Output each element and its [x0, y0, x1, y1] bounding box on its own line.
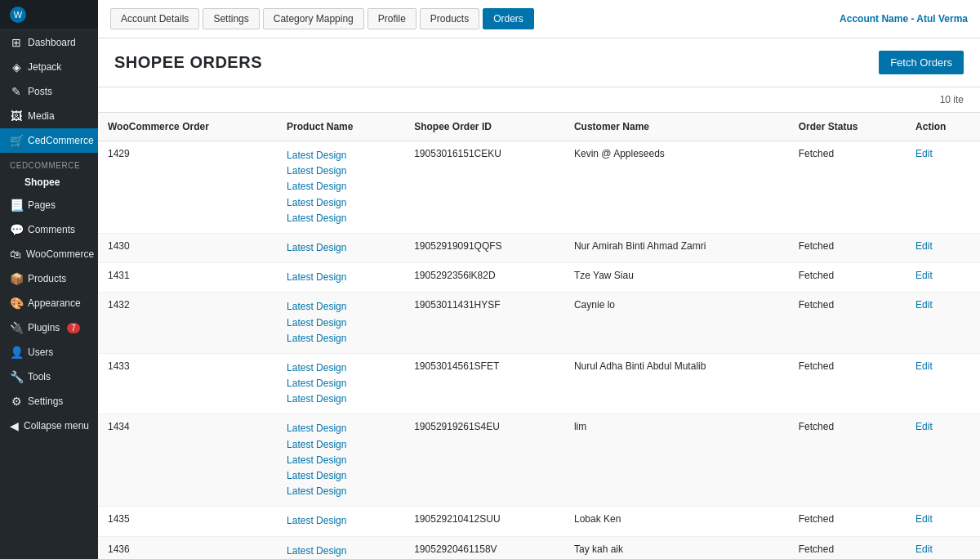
shopee-order-id-cell: 19052919091QQFS — [404, 233, 564, 262]
order-number: 1431 — [108, 270, 130, 281]
items-count-bar: 10 ite — [98, 87, 980, 113]
sidebar-item-appearance[interactable]: 🎨 Appearance — [0, 291, 98, 315]
sidebar-item-plugins[interactable]: 🔌 Plugins 7 — [0, 315, 98, 340]
product-link[interactable]: Latest Design — [287, 331, 394, 347]
sidebar-item-label: Products — [28, 273, 66, 284]
action-cell: Edit — [906, 293, 980, 354]
product-link[interactable]: Latest Design — [287, 163, 394, 179]
collapse-menu-button[interactable]: ◀ Collapse menu — [0, 414, 98, 438]
order-status-cell: Fetched — [789, 293, 906, 354]
product-link[interactable]: Latest Design — [287, 453, 394, 468]
sidebar-item-tools[interactable]: 🔧 Tools — [0, 364, 98, 389]
product-link[interactable]: Latest Design — [287, 484, 394, 499]
tab-products[interactable]: Products — [420, 8, 479, 29]
product-link[interactable]: Latest Design — [287, 468, 394, 484]
order-id-cell: 1432 — [98, 293, 277, 354]
action-cell: Edit — [906, 233, 980, 262]
product-link[interactable]: Latest Design — [287, 240, 394, 256]
products-icon: 📦 — [10, 272, 23, 285]
col-action: Action — [906, 113, 980, 141]
edit-link[interactable]: Edit — [915, 360, 933, 372]
orders-table-wrap: WooCommerce Order Product Name Shopee Or… — [98, 113, 980, 559]
order-id-cell: 1436 — [98, 536, 277, 559]
order-status-cell: Fetched — [789, 536, 906, 559]
order-status-cell: Fetched — [789, 507, 906, 536]
edit-link[interactable]: Edit — [915, 513, 933, 525]
dashboard-icon: ⊞ — [10, 36, 23, 49]
sidebar-item-products[interactable]: 📦 Products — [0, 266, 98, 291]
order-status-cell: Fetched — [789, 233, 906, 262]
sidebar-item-jetpack[interactable]: ◈ Jetpack — [0, 55, 98, 79]
product-link[interactable]: Latest Design — [287, 270, 394, 285]
account-label: Account Name - — [840, 13, 916, 25]
customer-name-cell: Kevin @ Appleseeds — [564, 141, 789, 234]
sidebar-item-users[interactable]: 👤 Users — [0, 340, 98, 364]
order-number: 1434 — [108, 421, 130, 432]
sidebar-item-cedcommerce[interactable]: 🛒 CedCommerce — [0, 128, 98, 153]
action-cell: Edit — [906, 263, 980, 293]
col-product-name: Product Name — [277, 113, 404, 141]
sidebar-item-comments[interactable]: 💬 Comments — [0, 217, 98, 242]
edit-link[interactable]: Edit — [915, 421, 933, 432]
action-cell: Edit — [906, 536, 980, 559]
plugins-icon: 🔌 — [10, 321, 23, 334]
tab-category-mapping[interactable]: Category Mapping — [263, 8, 364, 29]
edit-link[interactable]: Edit — [915, 240, 933, 252]
comments-icon: 💬 — [10, 223, 23, 236]
sidebar-item-pages[interactable]: 📃 Pages — [0, 193, 98, 217]
users-icon: 👤 — [10, 346, 23, 359]
product-link[interactable]: Latest Design — [287, 315, 394, 331]
appearance-icon: 🎨 — [10, 297, 23, 310]
order-status-cell: Fetched — [789, 263, 906, 293]
tab-orders[interactable]: Orders — [483, 8, 534, 29]
product-link[interactable]: Latest Design — [287, 299, 394, 315]
tab-profile[interactable]: Profile — [368, 8, 416, 29]
product-link[interactable]: Latest Design — [287, 195, 394, 211]
order-status-cell: Fetched — [789, 353, 906, 414]
edit-link[interactable]: Edit — [915, 299, 933, 311]
order-id-cell: 1431 — [98, 263, 277, 293]
product-link[interactable]: Latest Design — [287, 211, 394, 226]
product-name-cell: Latest Design — [277, 263, 404, 293]
sidebar-item-label: CedCommerce — [28, 135, 94, 146]
order-number: 1433 — [108, 360, 130, 372]
product-link[interactable]: Latest Design — [287, 437, 394, 453]
edit-link[interactable]: Edit — [915, 543, 933, 555]
sidebar-sub-shopee[interactable]: Shopee — [0, 172, 98, 193]
sidebar-brand: W — [0, 0, 98, 30]
sidebar-item-label: Posts — [28, 86, 52, 97]
order-number: 1429 — [108, 148, 130, 159]
sidebar-item-media[interactable]: 🖼 Media — [0, 104, 98, 128]
tab-settings[interactable]: Settings — [203, 8, 259, 29]
product-link[interactable]: Latest Design — [287, 360, 394, 376]
edit-link[interactable]: Edit — [915, 148, 933, 159]
sidebar-item-settings[interactable]: ⚙ Settings — [0, 389, 98, 414]
product-link[interactable]: Latest Design — [287, 148, 394, 163]
sidebar-item-label: Media — [28, 110, 55, 122]
order-id-cell: 1429 — [98, 141, 277, 234]
order-number: 1435 — [108, 513, 130, 525]
sidebar-item-dashboard[interactable]: ⊞ Dashboard — [0, 30, 98, 55]
action-cell: Edit — [906, 507, 980, 536]
customer-name-cell: Nurul Adha Binti Abdul Mutalib — [564, 353, 789, 414]
customer-name-cell: Caynie lo — [564, 293, 789, 354]
table-row: 1430 Latest Design 19052919091QQFS Nur A… — [98, 233, 980, 262]
edit-link[interactable]: Edit — [915, 270, 933, 281]
fetch-orders-button[interactable]: Fetch Orders — [879, 51, 964, 74]
customer-name-cell: Nur Amirah Binti Ahmad Zamri — [564, 233, 789, 262]
sidebar-item-posts[interactable]: ✎ Posts — [0, 79, 98, 104]
table-row: 1431 Latest Design 1905292356lK82D Tze Y… — [98, 263, 980, 293]
collapse-label: Collapse menu — [24, 420, 89, 432]
product-link[interactable]: Latest Design — [287, 179, 394, 195]
orders-table: WooCommerce Order Product Name Shopee Or… — [98, 113, 980, 559]
shopee-order-id-cell: 19053016151CEKU — [404, 141, 564, 234]
product-link[interactable]: Latest Design — [287, 421, 394, 436]
product-link[interactable]: Latest Design — [287, 391, 394, 407]
plugins-badge: 7 — [67, 323, 80, 333]
product-link[interactable]: Latest Design — [287, 376, 394, 391]
shopee-order-id-cell: 1905292356lK82D — [404, 263, 564, 293]
product-link[interactable]: Latest Design — [287, 543, 394, 559]
sidebar-item-woocommerce[interactable]: 🛍 WooCommerce — [0, 242, 98, 266]
tab-account-details[interactable]: Account Details — [110, 8, 199, 29]
product-link[interactable]: Latest Design — [287, 513, 394, 529]
